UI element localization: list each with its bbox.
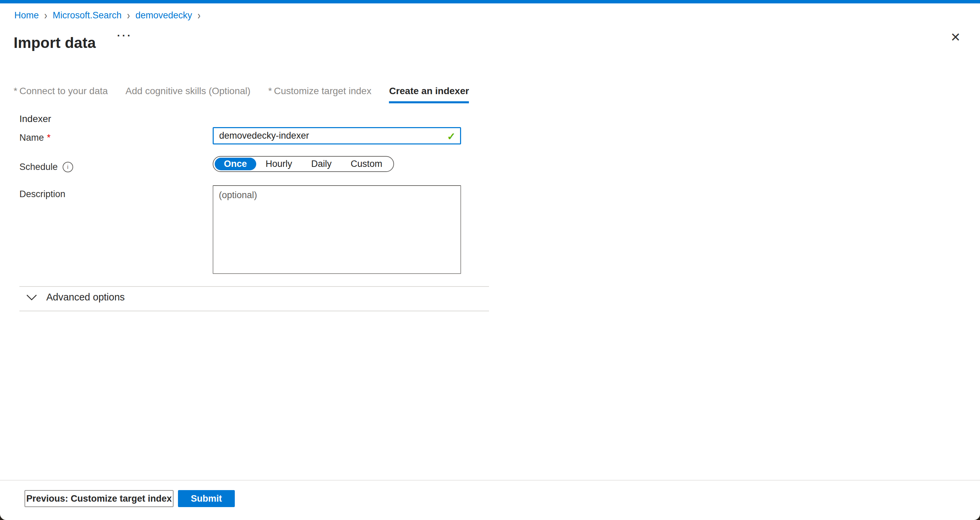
tab-customize-target-index[interactable]: *Customize target index: [268, 86, 371, 101]
advanced-options-label: Advanced options: [46, 292, 125, 303]
schedule-option-once[interactable]: Once: [215, 158, 256, 170]
tab-label: Add cognitive skills (Optional): [126, 86, 250, 96]
description-textarea[interactable]: [213, 185, 461, 274]
name-label: Name*: [19, 133, 51, 143]
wizard-tabs: *Connect to your data Add cognitive skil…: [14, 86, 469, 103]
required-marker: *: [47, 133, 51, 143]
required-marker: *: [14, 86, 18, 96]
tab-connect-to-your-data[interactable]: *Connect to your data: [14, 86, 108, 101]
breadcrumb: Home › Microsoft.Search › demovedecky ›: [14, 10, 206, 21]
top-accent-bar: [0, 0, 980, 3]
description-label: Description: [19, 189, 65, 200]
submit-button[interactable]: Submit: [178, 490, 235, 507]
tab-create-an-indexer[interactable]: Create an indexer: [389, 86, 469, 103]
breadcrumb-home[interactable]: Home: [14, 10, 39, 21]
breadcrumb-separator-icon: ›: [44, 9, 47, 22]
schedule-option-daily[interactable]: Daily: [302, 158, 341, 170]
schedule-option-custom[interactable]: Custom: [341, 158, 392, 170]
more-options-icon[interactable]: ···: [117, 30, 132, 41]
schedule-label: Schedule i: [19, 162, 73, 172]
footer-divider: [0, 480, 980, 480]
indexer-name-input[interactable]: [213, 127, 461, 144]
close-icon[interactable]: ✕: [947, 29, 964, 46]
divider: [19, 286, 489, 287]
name-field-wrapper: ✓: [213, 127, 461, 144]
tab-label: Customize target index: [274, 86, 371, 96]
breadcrumb-separator-icon: ›: [198, 9, 201, 22]
tab-label: Connect to your data: [19, 86, 108, 96]
import-data-dialog: Home › Microsoft.Search › demovedecky › …: [0, 0, 980, 520]
schedule-segmented-control: Once Hourly Daily Custom: [213, 156, 394, 172]
divider: [19, 311, 489, 311]
breadcrumb-separator-icon: ›: [127, 9, 130, 22]
page-title: Import data: [14, 34, 96, 51]
indexer-section-heading: Indexer: [19, 114, 51, 124]
schedule-option-hourly[interactable]: Hourly: [256, 158, 302, 170]
previous-step-button[interactable]: Previous: Customize target index: [24, 490, 173, 507]
tab-label: Create an indexer: [389, 86, 469, 96]
chevron-down-icon: [26, 294, 37, 301]
tab-add-cognitive-skills[interactable]: Add cognitive skills (Optional): [126, 86, 250, 101]
breadcrumb-demovedecky[interactable]: demovedecky: [135, 10, 192, 21]
required-marker: *: [268, 86, 272, 96]
breadcrumb-microsoft-search[interactable]: Microsoft.Search: [53, 10, 122, 21]
advanced-options-toggle[interactable]: Advanced options: [26, 292, 125, 303]
info-icon[interactable]: i: [63, 162, 73, 172]
